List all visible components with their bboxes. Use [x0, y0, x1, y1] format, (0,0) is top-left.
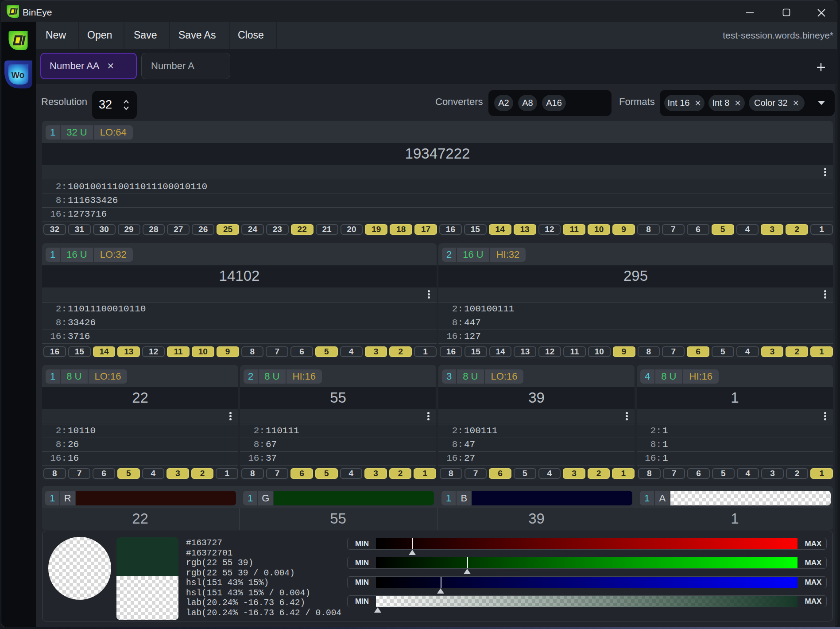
- svg-text:Wo: Wo: [11, 70, 24, 80]
